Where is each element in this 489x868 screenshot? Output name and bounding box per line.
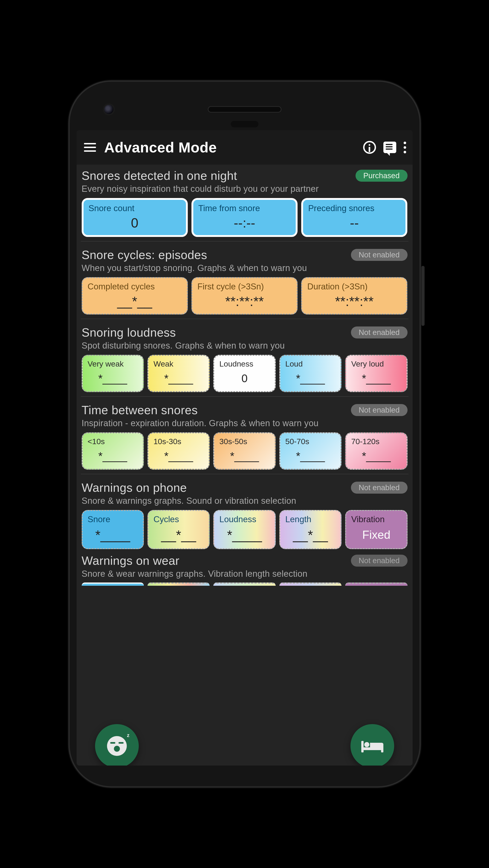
section-snores-detected: Snores detected in one night Purchased E… [82, 169, 408, 242]
app-bar: Advanced Mode [77, 130, 413, 165]
wear-cards-partial [82, 583, 408, 586]
divider [81, 474, 409, 474]
card-duration[interactable]: Duration (>3Sn) **:**:** [301, 277, 407, 314]
card-warn-snore[interactable]: Snore *____ [82, 510, 144, 549]
section-subtitle: Every noisy inspiration that could distu… [82, 184, 408, 194]
svg-rect-2 [361, 747, 383, 750]
divider [81, 319, 409, 319]
card-loud[interactable]: Loud *____ [280, 355, 341, 392]
badge-not-enabled: Not enabled [351, 404, 408, 416]
section-subtitle: Snore & warnings graphs. Sound or vibrat… [82, 496, 408, 506]
card-label: Snore count [89, 204, 181, 213]
section-warnings-phone: Warnings on phone Not enabled Snore & wa… [82, 481, 408, 549]
card-30-50s[interactable]: 30s-50s *____ [213, 432, 275, 470]
card-label: Very loud [351, 360, 401, 368]
card-label: Vibration [351, 515, 401, 524]
fab-bed-icon[interactable] [351, 724, 394, 766]
card-warn-loudness[interactable]: Loudness *____ [213, 510, 275, 549]
card-value: 0 [89, 215, 181, 230]
info-icon[interactable] [363, 141, 376, 154]
card-label: Duration (>3Sn) [307, 282, 401, 291]
card-value: *____ [219, 448, 269, 464]
card-first-cycle[interactable]: First cycle (>3Sn) **:**:** [192, 277, 297, 314]
section-title: Snore cycles: episodes [82, 248, 207, 262]
card-value: Fixed [351, 526, 401, 544]
earpiece-speaker [208, 106, 282, 113]
card-value: __*__ [285, 526, 335, 544]
card-label: Loud [285, 360, 335, 368]
badge-purchased: Purchased [356, 170, 408, 182]
card-time-from-snore[interactable]: Time from snore --:-- [192, 198, 297, 237]
more-icon[interactable] [403, 142, 406, 153]
card-value: **:**:** [307, 293, 401, 309]
card-value: -- [308, 215, 400, 230]
card-label: Snore [88, 515, 138, 524]
section-subtitle: Snore & wear warnings graphs. Vibration … [82, 569, 408, 579]
card-label: Time from snore [198, 204, 291, 213]
card-value: *____ [219, 526, 269, 544]
section-title: Snoring loudness [82, 326, 176, 339]
card-snore-count[interactable]: Snore count 0 [82, 198, 188, 237]
card-warn-vibration[interactable]: Vibration Fixed [345, 510, 407, 549]
section-title: Warnings on phone [82, 481, 187, 495]
card-label: Length [285, 515, 335, 524]
card-label: 70-120s [351, 437, 401, 446]
badge-not-enabled: Not enabled [351, 249, 408, 261]
card-value: *____ [154, 448, 204, 464]
card-very-weak[interactable]: Very weak *____ [82, 355, 144, 392]
card-value: **:**:** [197, 293, 292, 309]
card-completed-cycles[interactable]: Completed cycles __*__ [82, 277, 188, 314]
section-title: Snores detected in one night [82, 169, 237, 183]
page-title: Advanced Mode [104, 139, 356, 156]
fab-sleep-icon[interactable]: z [95, 724, 139, 766]
section-time-between: Time between snores Not enabled Inspirat… [82, 403, 408, 474]
section-loudness: Snoring loudness Not enabled Spot distur… [82, 326, 408, 397]
card-label: 30s-50s [219, 437, 269, 446]
card-label: 50-70s [285, 437, 335, 446]
card-value: *____ [88, 448, 138, 464]
card-value: *____ [88, 526, 138, 544]
card-very-loud[interactable]: Very loud *____ [345, 355, 407, 392]
section-snore-cycles: Snore cycles: episodes Not enabled When … [82, 248, 408, 319]
card-70-120s[interactable]: 70-120s *____ [345, 432, 407, 470]
card-label: <10s [88, 437, 138, 446]
card-label: First cycle (>3Sn) [197, 282, 292, 291]
card-under-10s[interactable]: <10s *____ [82, 432, 144, 470]
card-label: Very weak [88, 360, 138, 368]
card-label: Completed cycles [88, 282, 182, 291]
card-50-70s[interactable]: 50-70s *____ [280, 432, 341, 470]
card-weak[interactable]: Weak *____ [148, 355, 209, 392]
card-value: *____ [351, 370, 401, 386]
card-value: --:-- [198, 215, 291, 230]
card-label: Preceding snores [308, 204, 400, 213]
card-loudness[interactable]: Loudness 0 [213, 355, 275, 392]
badge-not-enabled: Not enabled [351, 482, 408, 494]
svg-rect-0 [361, 741, 364, 752]
card-value: *____ [88, 370, 138, 386]
section-warnings-wear: Warnings on wear Not enabled Snore & wea… [82, 554, 408, 586]
card-preceding-snores[interactable]: Preceding snores -- [301, 198, 407, 237]
menu-icon[interactable] [83, 141, 97, 154]
card-value: __*__ [88, 293, 182, 309]
content-scroll[interactable]: Snores detected in one night Purchased E… [77, 165, 413, 766]
card-label: 10s-30s [154, 437, 204, 446]
front-camera [104, 105, 113, 114]
phone-side-button [421, 266, 425, 326]
card-warn-cycles[interactable]: Cycles __*__ [148, 510, 209, 549]
card-warn-length[interactable]: Length __*__ [280, 510, 341, 549]
badge-not-enabled: Not enabled [351, 327, 408, 338]
proximity-sensor [231, 121, 258, 127]
card-10-30s[interactable]: 10s-30s *____ [148, 432, 209, 470]
card-value: __*__ [154, 526, 204, 544]
card-value: *____ [154, 370, 204, 386]
divider [81, 241, 409, 242]
section-title: Warnings on wear [82, 554, 180, 567]
chat-icon[interactable] [383, 142, 396, 153]
svg-rect-3 [381, 747, 383, 752]
card-label: Loudness [219, 515, 269, 524]
bed-icon [361, 738, 384, 754]
badge-not-enabled: Not enabled [351, 555, 408, 567]
screen: Advanced Mode Snores detected in one nig… [77, 130, 413, 766]
card-value: 0 [219, 370, 269, 386]
section-subtitle: Inspiration - expiration duration. Graph… [82, 418, 408, 428]
